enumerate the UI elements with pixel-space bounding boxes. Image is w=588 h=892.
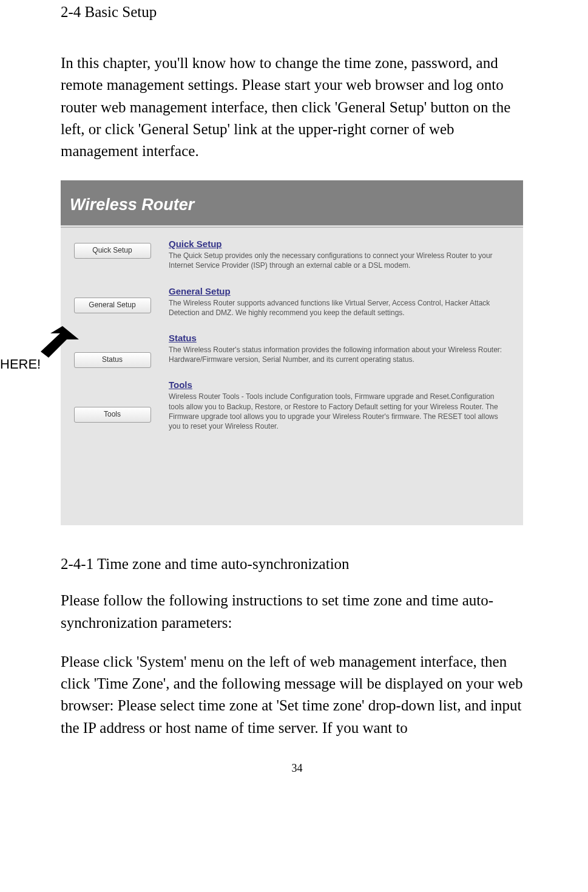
quick-setup-description: The Quick Setup provides only the necess… <box>169 251 511 270</box>
page-number: 34 <box>61 762 533 775</box>
section-title: 2-4 Basic Setup <box>61 4 533 21</box>
tools-link[interactable]: Tools <box>169 380 511 390</box>
status-section: Status The Wireless Router's status info… <box>169 333 511 364</box>
quick-setup-section: Quick Setup The Quick Setup provides onl… <box>169 239 511 270</box>
status-description: The Wireless Router's status information… <box>169 345 511 364</box>
general-setup-description: The Wireless Router supports advanced fu… <box>169 298 511 318</box>
general-setup-section: General Setup The Wireless Router suppor… <box>169 286 511 318</box>
general-setup-link[interactable]: General Setup <box>169 286 511 296</box>
router-content: Quick Setup The Quick Setup provides onl… <box>164 228 523 525</box>
svg-marker-0 <box>41 326 79 358</box>
subsection-title: 2-4-1 Time zone and time auto-synchroniz… <box>61 556 533 573</box>
router-body: Quick Setup General Setup Status Tools Q… <box>61 228 523 525</box>
general-setup-button[interactable]: General Setup <box>74 298 151 313</box>
router-screenshot-container: HERE! Wireless Router Quick Setup Genera… <box>61 180 533 525</box>
status-link[interactable]: Status <box>169 333 511 343</box>
router-header: Wireless Router <box>61 180 523 225</box>
status-button[interactable]: Status <box>74 352 151 368</box>
quick-setup-link[interactable]: Quick Setup <box>169 239 511 249</box>
arrow-icon <box>33 326 79 359</box>
tools-section: Tools Wireless Router Tools - Tools incl… <box>169 380 511 431</box>
quick-setup-button[interactable]: Quick Setup <box>74 243 151 259</box>
body-paragraph-1: Please follow the following instructions… <box>61 590 533 634</box>
tools-button[interactable]: Tools <box>74 407 151 423</box>
router-sidebar: Quick Setup General Setup Status Tools <box>61 228 164 525</box>
router-ui-screenshot: Wireless Router Quick Setup General Setu… <box>61 180 523 525</box>
body-paragraph-2: Please click 'System' menu on the left o… <box>61 651 533 739</box>
router-title: Wireless Router <box>70 196 194 214</box>
intro-paragraph: In this chapter, you'll know how to chan… <box>61 52 533 162</box>
tools-description: Wireless Router Tools - Tools include Co… <box>169 392 511 431</box>
